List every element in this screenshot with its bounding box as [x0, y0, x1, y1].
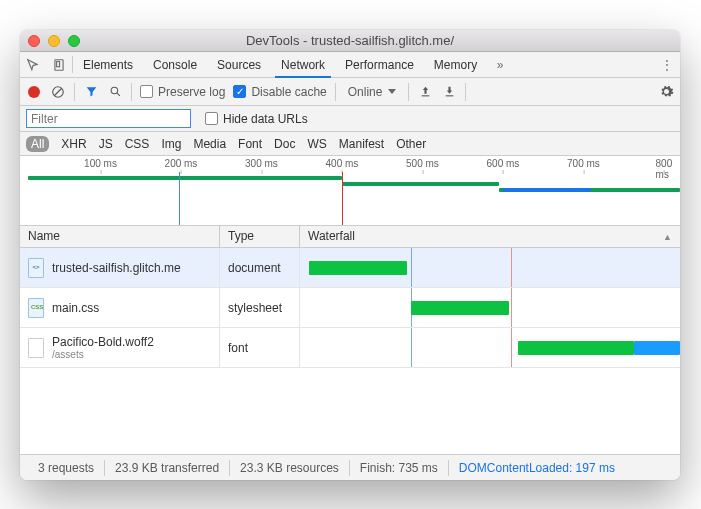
col-name[interactable]: Name	[20, 226, 220, 247]
minimize-icon[interactable]	[48, 35, 60, 47]
inspect-icon[interactable]	[20, 52, 46, 77]
tab-elements[interactable]: Elements	[73, 52, 143, 77]
tick: 600 ms	[487, 158, 520, 169]
download-har-icon[interactable]	[441, 84, 457, 100]
empty-space	[20, 368, 680, 454]
filter-icon[interactable]	[83, 84, 99, 100]
separator	[408, 83, 409, 101]
table-header: Name Type Waterfall ▲	[20, 226, 680, 248]
throttle-select[interactable]: Online	[344, 85, 401, 99]
tick: 400 ms	[326, 158, 359, 169]
request-name: Pacifico-Bold.woff2/assets	[52, 335, 154, 360]
waterfall-marker	[411, 248, 412, 287]
cell-name: Pacifico-Bold.woff2/assets	[20, 328, 220, 367]
table-row[interactable]: Pacifico-Bold.woff2/assetsfont	[20, 328, 680, 368]
preserve-log[interactable]: Preserve log	[140, 85, 225, 99]
type-xhr[interactable]: XHR	[61, 137, 86, 151]
request-name: main.css	[52, 301, 99, 315]
status-resources: 23.3 KB resources	[230, 461, 349, 475]
cell-name: <>trusted-sailfish.glitch.me	[20, 248, 220, 287]
cell-type: font	[220, 328, 300, 367]
timeline-ticks: 100 ms200 ms300 ms400 ms500 ms600 ms700 …	[20, 156, 680, 172]
cell-waterfall	[300, 328, 680, 367]
tab-network[interactable]: Network	[271, 52, 335, 77]
type-css[interactable]: CSS	[125, 137, 150, 151]
type-js[interactable]: JS	[99, 137, 113, 151]
type-all[interactable]: All	[26, 136, 49, 152]
waterfall-bar	[309, 261, 406, 275]
tick: 700 ms	[567, 158, 600, 169]
col-type[interactable]: Type	[220, 226, 300, 247]
tick: 200 ms	[165, 158, 198, 169]
kebab-menu-icon[interactable]: ⋮	[654, 52, 680, 77]
disable-cache[interactable]: ✓ Disable cache	[233, 85, 326, 99]
throttle-value: Online	[348, 85, 383, 99]
zoom-icon[interactable]	[68, 35, 80, 47]
titlebar: DevTools - trusted-sailfish.glitch.me/	[20, 30, 680, 52]
upload-har-icon[interactable]	[417, 84, 433, 100]
timeline-overview[interactable]: 100 ms200 ms300 ms400 ms500 ms600 ms700 …	[20, 156, 680, 226]
request-rows: <>trusted-sailfish.glitch.medocumentCSSm…	[20, 248, 680, 368]
type-ws[interactable]: WS	[307, 137, 326, 151]
preserve-log-label: Preserve log	[158, 85, 225, 99]
status-finish: Finish: 735 ms	[350, 461, 448, 475]
table-row[interactable]: CSSmain.cssstylesheet	[20, 288, 680, 328]
window-title: DevTools - trusted-sailfish.glitch.me/	[20, 33, 680, 48]
tab-performance[interactable]: Performance	[335, 52, 424, 77]
panel-tabs: ElementsConsoleSourcesNetworkPerformance…	[20, 52, 680, 78]
type-img[interactable]: Img	[161, 137, 181, 151]
more-tabs-icon[interactable]: »	[487, 52, 513, 77]
window-controls	[28, 35, 80, 47]
checkbox-icon[interactable]	[205, 112, 218, 125]
type-media[interactable]: Media	[193, 137, 226, 151]
type-other[interactable]: Other	[396, 137, 426, 151]
gear-icon[interactable]	[658, 84, 674, 100]
search-icon[interactable]	[107, 84, 123, 100]
separator	[465, 83, 466, 101]
checkbox-icon[interactable]	[140, 85, 153, 98]
clear-icon[interactable]	[50, 84, 66, 100]
separator	[335, 83, 336, 101]
filter-input[interactable]	[26, 109, 191, 128]
waterfall-marker	[411, 328, 412, 367]
css-file-icon: CSS	[28, 298, 44, 318]
type-manifest[interactable]: Manifest	[339, 137, 384, 151]
tab-sources[interactable]: Sources	[207, 52, 271, 77]
status-dcl: DOMContentLoaded: 197 ms	[449, 461, 625, 475]
table-row[interactable]: <>trusted-sailfish.glitch.medocument	[20, 248, 680, 288]
col-waterfall[interactable]: Waterfall ▲	[300, 226, 680, 247]
type-filter-bar: AllXHRJSCSSImgMediaFontDocWSManifestOthe…	[20, 132, 680, 156]
tab-memory[interactable]: Memory	[424, 52, 487, 77]
chevron-down-icon	[388, 89, 396, 94]
record-button[interactable]	[26, 84, 42, 100]
timeline-lanes	[20, 172, 680, 225]
devtools-window: DevTools - trusted-sailfish.glitch.me/ E…	[20, 30, 680, 480]
type-doc[interactable]: Doc	[274, 137, 295, 151]
filter-bar: Hide data URLs	[20, 106, 680, 132]
waterfall-marker	[511, 248, 512, 287]
hide-data-urls[interactable]: Hide data URLs	[205, 112, 308, 126]
sort-indicator-icon: ▲	[663, 232, 672, 242]
cell-waterfall	[300, 248, 680, 287]
request-name: trusted-sailfish.glitch.me	[52, 261, 181, 275]
waterfall-bar	[411, 301, 508, 315]
tick: 100 ms	[84, 158, 117, 169]
tab-console[interactable]: Console	[143, 52, 207, 77]
tick: 500 ms	[406, 158, 439, 169]
doc-file-icon: <>	[28, 258, 44, 278]
separator	[131, 83, 132, 101]
close-icon[interactable]	[28, 35, 40, 47]
overview-bar	[503, 188, 592, 192]
svg-rect-1	[57, 61, 60, 66]
cell-type: document	[220, 248, 300, 287]
disable-cache-label: Disable cache	[251, 85, 326, 99]
waterfall-bar	[518, 341, 634, 355]
checkbox-icon[interactable]: ✓	[233, 85, 246, 98]
separator	[74, 83, 75, 101]
blank-file-icon	[28, 338, 44, 358]
svg-point-3	[111, 87, 118, 94]
type-font[interactable]: Font	[238, 137, 262, 151]
device-toggle-icon[interactable]	[46, 52, 72, 77]
overview-bar	[28, 176, 342, 180]
waterfall-marker	[511, 288, 512, 327]
